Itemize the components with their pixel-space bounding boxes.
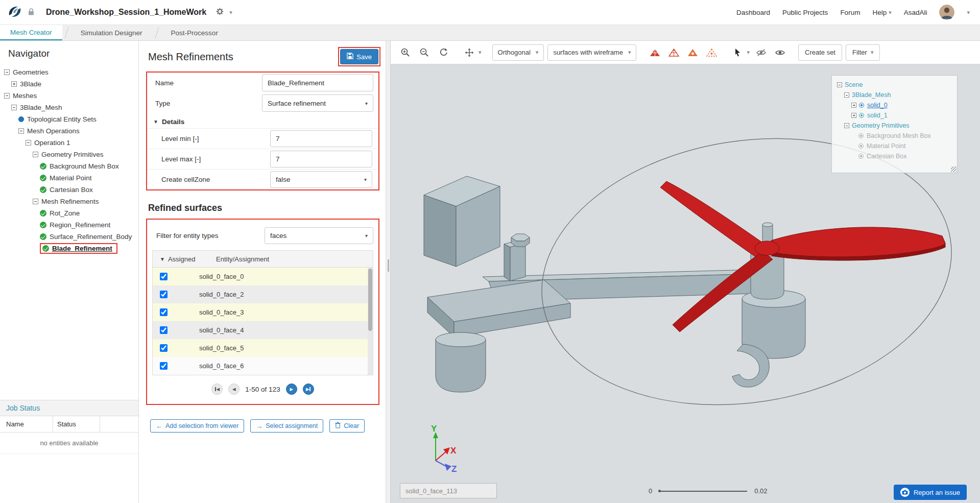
visibility-icon[interactable] (858, 133, 864, 138)
nav-dashboard[interactable]: Dashboard (736, 9, 770, 16)
project-settings-gear-icon[interactable] (216, 7, 224, 17)
details-label[interactable]: Details (162, 118, 184, 126)
chevron-down-icon[interactable]: ▾ (967, 9, 970, 16)
expand-icon[interactable] (851, 113, 856, 118)
tree-item-material-point[interactable]: Material Point (0, 172, 138, 184)
simscale-logo[interactable] (7, 4, 22, 21)
select-tool-dropdown[interactable]: ▾ (730, 45, 750, 60)
select-assignment-button[interactable]: → Select assignment (250, 419, 323, 433)
table-row[interactable]: solid_0_face_5 (153, 339, 373, 357)
scene-tree-item-solid-0[interactable]: solid_0 (835, 100, 954, 110)
entity-column-header[interactable]: Entity/Assignment (216, 255, 269, 263)
scene-tree-item-background-mesh-box[interactable]: Background Mesh Box (835, 131, 954, 141)
filter-button[interactable]: Filter ▾ (846, 44, 880, 61)
resize-handle[interactable] (951, 166, 957, 172)
scene-tree-item-3blade-mesh[interactable]: 3Blade_Mesh (835, 90, 954, 100)
tab-simulation-designer[interactable]: Simulation Designer (70, 25, 153, 40)
show-all-icon[interactable] (772, 45, 787, 60)
row-checkbox[interactable] (160, 326, 168, 334)
tree-item-geometries[interactable]: Geometries (0, 66, 138, 78)
mesh-quality-clip-icon[interactable] (704, 45, 719, 60)
expand-icon[interactable] (851, 103, 856, 108)
hide-selection-icon[interactable] (753, 45, 769, 60)
table-row[interactable]: solid_0_face_0 (153, 268, 373, 285)
tree-item-3blade-mesh[interactable]: 3Blade_Mesh (0, 102, 138, 113)
table-row[interactable]: solid_0_face_3 (153, 303, 373, 321)
nav-forum[interactable]: Forum (840, 9, 860, 16)
row-checkbox[interactable] (160, 308, 168, 316)
scene-tree-item-cartesian-box[interactable]: Cartesian Box (835, 151, 954, 161)
tree-item-meshes[interactable]: Meshes (0, 90, 138, 102)
pagination-next-button[interactable]: ▶ (286, 384, 297, 395)
tree-item-surface-refinement-body[interactable]: Surface_Refinement_Body (0, 231, 138, 243)
mesh-quality-surface-icon[interactable] (666, 45, 681, 60)
visibility-icon[interactable] (858, 143, 864, 149)
avatar[interactable] (939, 5, 954, 20)
table-row[interactable]: solid_0_face_6 (153, 357, 373, 375)
visibility-icon[interactable] (859, 113, 864, 118)
details-collapse-icon[interactable]: ▼ (153, 119, 158, 125)
tree-item-3blade[interactable]: 3Blade (0, 78, 138, 90)
tab-mesh-creator[interactable]: Mesh Creator (0, 25, 62, 40)
pagination-last-button[interactable]: ▶ (303, 384, 314, 395)
level-min-input[interactable] (270, 130, 372, 147)
collapse-icon[interactable] (18, 128, 24, 134)
tree-item-background-mesh-box[interactable]: Background Mesh Box (0, 160, 138, 172)
tree-item-geometry-primitives[interactable]: Geometry Primitives (0, 149, 138, 160)
collapse-icon[interactable] (4, 93, 10, 99)
pagination-prev-button[interactable]: ◀ (228, 384, 240, 395)
report-issue-button[interactable]: Report an issue (894, 485, 967, 500)
zoom-in-icon[interactable] (398, 45, 413, 60)
tree-item-operation-1[interactable]: Operation 1 (0, 137, 138, 149)
scene-tree-item-solid-1[interactable]: solid_1 (835, 110, 954, 121)
clear-button[interactable]: Clear (329, 419, 365, 433)
collapse-icon[interactable] (26, 140, 31, 146)
tree-item-rot-zone[interactable]: Rot_Zone (0, 207, 138, 219)
table-row[interactable]: solid_0_face_2 (153, 285, 373, 303)
type-select[interactable]: Surface refinement ▾ (262, 94, 373, 112)
tree-item-cartesian-box[interactable]: Cartesian Box (0, 184, 138, 196)
row-checkbox[interactable] (160, 362, 168, 370)
assigned-column-header[interactable]: ▼ Assigned (153, 255, 216, 263)
nav-public-projects[interactable]: Public Projects (782, 9, 828, 16)
collapse-icon[interactable] (844, 92, 849, 98)
row-checkbox[interactable] (160, 291, 168, 298)
reset-view-icon[interactable] (436, 45, 451, 60)
pan-tool-dropdown[interactable]: ▾ (462, 45, 482, 60)
table-row[interactable]: solid_0_face_4 (153, 321, 373, 339)
entity-filter-select[interactable]: faces ▾ (265, 227, 373, 244)
tree-item-topological-entity-sets[interactable]: Topological Entity Sets (0, 113, 138, 125)
name-input[interactable] (262, 74, 373, 91)
create-set-button[interactable]: Create set (798, 44, 842, 61)
save-button[interactable]: Save (340, 49, 378, 64)
add-selection-from-viewer-button[interactable]: ← Add selection from viewer (150, 419, 244, 433)
create-cellzone-select[interactable]: false ▾ (270, 171, 372, 188)
tree-item-region-refinement[interactable]: Region_Refinement (0, 219, 138, 231)
tree-item-mesh-refinements[interactable]: Mesh Refinements (0, 196, 138, 207)
chevron-down-icon[interactable]: ▾ (229, 9, 232, 16)
projection-select[interactable]: Orthogonal ▾ (492, 44, 544, 61)
collapse-icon[interactable] (4, 69, 10, 75)
tree-item-blade-refinement[interactable]: Blade_Refinement (0, 243, 138, 254)
mesh-quality-histogram-icon[interactable] (647, 45, 662, 60)
collapse-icon[interactable] (844, 123, 849, 128)
tree-item-mesh-operations[interactable]: Mesh Operations (0, 125, 138, 137)
level-max-input[interactable] (270, 151, 372, 167)
table-scrollbar[interactable] (368, 268, 373, 375)
scene-tree-item-scene[interactable]: Scene (835, 80, 954, 90)
row-checkbox[interactable] (160, 273, 168, 280)
collapse-icon[interactable] (33, 152, 38, 157)
user-name[interactable]: AsadAli (904, 9, 927, 16)
nav-help[interactable]: Help ▾ (872, 9, 891, 16)
collapse-icon[interactable] (33, 199, 38, 204)
expand-icon[interactable] (11, 81, 17, 87)
row-checkbox[interactable] (160, 344, 168, 352)
scene-tree-item-material-point[interactable]: Material Point (835, 141, 954, 151)
zoom-out-icon[interactable] (417, 45, 432, 60)
visibility-icon[interactable] (858, 154, 864, 159)
visibility-icon[interactable] (859, 103, 864, 108)
panel-splitter[interactable] (386, 41, 391, 503)
render-mode-select[interactable]: surfaces with wireframe ▾ (547, 44, 636, 61)
collapse-icon[interactable] (11, 105, 17, 110)
tab-post-processor[interactable]: Post-Processor (161, 25, 228, 40)
